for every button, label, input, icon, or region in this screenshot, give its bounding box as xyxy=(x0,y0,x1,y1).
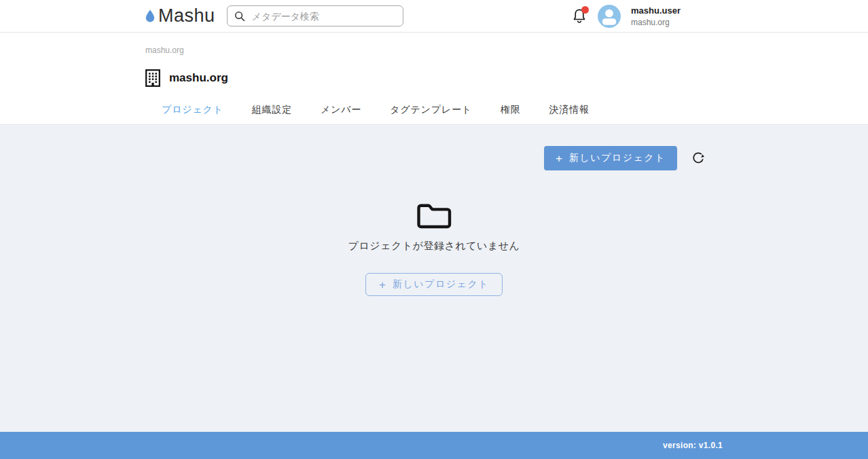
empty-new-project-button[interactable]: + 新しいプロジェクト xyxy=(365,273,503,296)
search-input[interactable] xyxy=(251,10,396,22)
breadcrumb[interactable]: mashu.org xyxy=(145,33,723,55)
empty-new-project-button-label: 新しいプロジェクト xyxy=(393,278,489,291)
avatar[interactable] xyxy=(598,5,621,28)
refresh-icon xyxy=(691,151,705,165)
new-project-button[interactable]: + 新しいプロジェクト xyxy=(544,146,677,170)
app-root: Mashu xyxy=(0,0,868,459)
project-toolbar: + 新しいプロジェクト xyxy=(145,125,723,170)
folder-icon xyxy=(416,202,452,229)
new-project-button-label: 新しいプロジェクト xyxy=(569,152,666,164)
user-menu[interactable]: mashu.user mashu.org xyxy=(631,6,681,26)
tab-billing[interactable]: 決済情報 xyxy=(549,104,589,116)
logo-text: Mashu xyxy=(158,5,215,26)
subheader: mashu.org mashu.org xyxy=(0,33,868,125)
version-label: version: v1.0.1 xyxy=(145,441,723,450)
refresh-button[interactable] xyxy=(691,151,705,165)
empty-state: プロジェクトが登録されていません + 新しいプロジェクト xyxy=(145,202,723,296)
user-name: mashu.user xyxy=(631,6,681,15)
tab-org-settings[interactable]: 組織設定 xyxy=(252,104,292,116)
tab-projects[interactable]: プロジェクト xyxy=(162,104,223,116)
tab-permissions[interactable]: 権限 xyxy=(501,104,521,116)
water-drop-icon xyxy=(145,10,155,22)
org-tabs: プロジェクト 組織設定 メンバー タグテンプレート 権限 決済情報 xyxy=(145,104,723,116)
app-header: Mashu xyxy=(0,0,868,33)
empty-message: プロジェクトが登録されていません xyxy=(145,240,723,253)
tab-tag-templates[interactable]: タグテンプレート xyxy=(390,104,472,116)
building-icon xyxy=(145,69,160,87)
header-inner: Mashu xyxy=(145,0,723,32)
plus-icon: + xyxy=(379,279,386,291)
magnifier-icon xyxy=(234,11,245,22)
org-title-row: mashu.org xyxy=(145,69,723,87)
app-logo[interactable]: Mashu xyxy=(145,5,215,26)
app-footer: version: v1.0.1 xyxy=(0,432,868,459)
notification-bell-button[interactable] xyxy=(571,7,587,24)
person-circle-icon xyxy=(598,5,621,28)
user-org: mashu.org xyxy=(631,18,681,26)
header-right: mashu.user mashu.org xyxy=(571,5,723,28)
search-box[interactable] xyxy=(227,5,403,26)
red-dot-badge xyxy=(581,6,589,14)
main-area: + 新しいプロジェクト xyxy=(0,125,868,432)
tab-members[interactable]: メンバー xyxy=(321,104,361,116)
plus-icon: + xyxy=(556,153,562,164)
page-title: mashu.org xyxy=(169,71,228,85)
